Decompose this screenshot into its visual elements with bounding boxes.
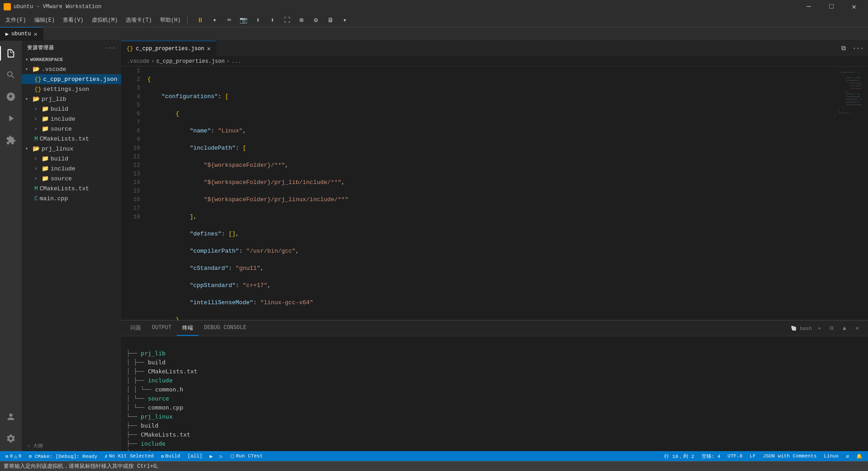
tree-item-prj-lib[interactable]: ▾ 📂 prj_lib bbox=[22, 94, 121, 104]
fullscreen-button[interactable]: ⛶ bbox=[281, 15, 293, 26]
maximize-panel-button[interactable]: ▲ bbox=[839, 323, 850, 334]
tree-item-prj-lib-include[interactable]: › 📁 include bbox=[22, 114, 121, 124]
account-activity[interactable] bbox=[0, 406, 22, 428]
tree-item-prj-linux-include[interactable]: › 📁 include bbox=[22, 164, 121, 174]
more-actions-button[interactable]: ··· bbox=[852, 43, 864, 54]
snapshot3-button[interactable]: ⬇ bbox=[266, 15, 279, 26]
panel-tab-problems[interactable]: 问题 bbox=[125, 320, 146, 336]
panel-tab-debug[interactable]: DEBUG CONSOLE bbox=[198, 320, 252, 336]
pause-button[interactable]: ⏸ bbox=[194, 15, 207, 26]
status-kit[interactable]: ✗ No Kit Selected bbox=[103, 451, 156, 461]
status-language[interactable]: JSON with Comments bbox=[761, 451, 819, 461]
panel-tab-output[interactable]: OUTPUT bbox=[146, 320, 177, 336]
terminal-line-cmake1: │ ├── CMakeLists.txt bbox=[127, 367, 863, 376]
settings-button[interactable]: ⚙ bbox=[310, 15, 322, 26]
split-editor-button[interactable]: ⧉ bbox=[837, 43, 850, 54]
breadcrumb-file[interactable]: c_cpp_properties.json bbox=[156, 58, 225, 65]
breadcrumb-vscode[interactable]: .vscode bbox=[127, 58, 149, 65]
status-remote[interactable]: ⇄ bbox=[844, 451, 851, 461]
status-os[interactable]: Linux bbox=[822, 451, 840, 461]
tree-item-prj-linux[interactable]: ▾ 📂 prj_linux bbox=[22, 144, 121, 154]
ubuntu-tab-close[interactable]: ✕ bbox=[33, 30, 37, 38]
status-notifications[interactable]: 🔔 bbox=[854, 451, 864, 461]
tree-item-main-cpp[interactable]: C main.cpp bbox=[22, 193, 121, 203]
tree-item-prj-lib-build[interactable]: › 📁 build bbox=[22, 104, 121, 114]
view-dropdown[interactable]: ▾ bbox=[339, 15, 351, 26]
problems-label: 问题 bbox=[130, 324, 141, 332]
close-button[interactable]: ✕ bbox=[844, 0, 864, 14]
editor-scrollbar[interactable] bbox=[863, 66, 868, 320]
sidebar-more-icon[interactable]: ··· bbox=[105, 45, 116, 51]
workspace-header[interactable]: ▾ WORKERSPACE bbox=[22, 55, 121, 64]
breadcrumb-more[interactable]: ... bbox=[231, 58, 241, 65]
bell-icon: 🔔 bbox=[856, 453, 863, 459]
tab-c-cpp-properties[interactable]: {} c_cpp_properties.json ✕ bbox=[121, 41, 217, 56]
build-label: build bbox=[51, 106, 68, 113]
tree-item-prj-lib-source[interactable]: › 📁 source bbox=[22, 124, 121, 134]
menu-help[interactable]: 帮助(H) bbox=[156, 14, 184, 26]
error-icon: ⊗ bbox=[5, 453, 9, 459]
extensions-activity[interactable] bbox=[0, 129, 22, 151]
search-activity[interactable] bbox=[0, 64, 22, 86]
run-activity[interactable] bbox=[0, 108, 22, 129]
code-line-2: "configurations": [ bbox=[147, 92, 824, 101]
menu-vm[interactable]: 虚拟机(M) bbox=[88, 14, 122, 26]
send-ctrl-alt-del-button[interactable]: ⌨ bbox=[223, 15, 236, 26]
close-panel-button[interactable]: ✕ bbox=[852, 323, 863, 334]
status-line-col[interactable]: 行 18，列 2 bbox=[662, 451, 696, 461]
menu-view[interactable]: 查看(V) bbox=[59, 14, 87, 26]
outline-header[interactable]: › 大纲 bbox=[22, 441, 121, 451]
ubuntu-tab[interactable]: ▶ ubuntu ✕ bbox=[0, 27, 43, 40]
tree-item-prj-lib-cmake[interactable]: M CMakeLists.txt bbox=[22, 134, 121, 144]
code-content[interactable]: { "configurations": [ { "name": "Linux",… bbox=[144, 66, 827, 320]
status-run[interactable]: ▶ bbox=[208, 451, 215, 461]
explorer-activity[interactable] bbox=[0, 42, 22, 64]
settings-activity[interactable] bbox=[0, 428, 22, 449]
git-activity[interactable] bbox=[0, 86, 22, 108]
tab-actions: ⧉ ··· bbox=[834, 41, 868, 56]
snapshot-button[interactable]: 📷 bbox=[237, 15, 250, 26]
status-ctest[interactable]: ⬡ Run CTest bbox=[228, 451, 264, 461]
tree-item-prj-linux-cmake[interactable]: M CMakeLists.txt bbox=[22, 184, 121, 193]
code-editor[interactable]: 1 2 3 4 5 6 7 8 9 10 11 12 13 14 15 16 1 bbox=[121, 66, 868, 320]
json-icon: {} bbox=[34, 76, 42, 83]
spaces-text: 空格: 4 bbox=[702, 453, 721, 460]
info-bar: 要将输入定向到该虚拟机，请将鼠标指针移入其中或按 Ctrl+G。 bbox=[0, 461, 868, 471]
main-cpp-label: main.cpp bbox=[40, 195, 68, 202]
terminal-content[interactable]: ├── prj_lib │ ├── build │ ├── CMakeLists… bbox=[121, 336, 868, 451]
menu-edit[interactable]: 编辑(E) bbox=[31, 14, 59, 26]
status-encoding[interactable]: UTF-8 bbox=[726, 451, 744, 461]
panel-tab-terminal[interactable]: 终端 bbox=[177, 320, 198, 336]
code-line-13: "cppStandard": "c++17", bbox=[147, 281, 824, 290]
split-terminal-button[interactable]: ⊟ bbox=[826, 323, 837, 334]
new-terminal-button[interactable]: ＋ bbox=[814, 323, 825, 334]
tab-close-icon[interactable]: ✕ bbox=[207, 45, 211, 52]
minimize-button[interactable]: ─ bbox=[798, 0, 819, 14]
code-line-10: "defines": [], bbox=[147, 230, 824, 238]
tree-item-c-cpp-properties[interactable]: {} c_cpp_properties.json bbox=[22, 74, 121, 84]
menu-file[interactable]: 文件(F) bbox=[2, 14, 30, 26]
maximize-button[interactable]: □ bbox=[821, 0, 842, 14]
status-debug[interactable]: ▷ bbox=[218, 451, 225, 461]
build2-label: build bbox=[51, 155, 68, 162]
status-cmake[interactable]: ⚙ CMake: [Debug]: Ready bbox=[27, 451, 99, 461]
status-build[interactable]: ⚙ Build bbox=[159, 451, 182, 461]
file-tab-bar: {} c_cpp_properties.json ✕ ⧉ ··· bbox=[121, 41, 868, 57]
tree-item-settings[interactable]: {} settings.json bbox=[22, 84, 121, 94]
build-label: Build bbox=[165, 453, 180, 459]
view-button[interactable]: 🖥 bbox=[324, 15, 337, 26]
status-errors[interactable]: ⊗ 0 △ 0 bbox=[4, 451, 23, 461]
terminal-line-source1: │ └── source bbox=[127, 394, 863, 403]
status-eol[interactable]: LF bbox=[748, 451, 757, 461]
tree-item-vscode[interactable]: ▾ 📂 .vscode bbox=[22, 64, 121, 74]
status-spaces[interactable]: 空格: 4 bbox=[700, 451, 722, 461]
toolbar-dropdown[interactable]: ▾ bbox=[208, 15, 221, 26]
status-all[interactable]: [all] bbox=[186, 451, 204, 461]
tree-item-prj-linux-build[interactable]: › 📁 build bbox=[22, 154, 121, 164]
snapshot2-button[interactable]: ⬆ bbox=[252, 15, 264, 26]
error-count: 0 bbox=[10, 453, 13, 459]
unity-button[interactable]: ⊞ bbox=[295, 15, 308, 26]
prj-linux-label: prj_linux bbox=[42, 146, 73, 152]
tree-item-prj-linux-source[interactable]: › 📁 source bbox=[22, 174, 121, 184]
menu-tabs[interactable]: 选项卡(T) bbox=[122, 14, 156, 26]
